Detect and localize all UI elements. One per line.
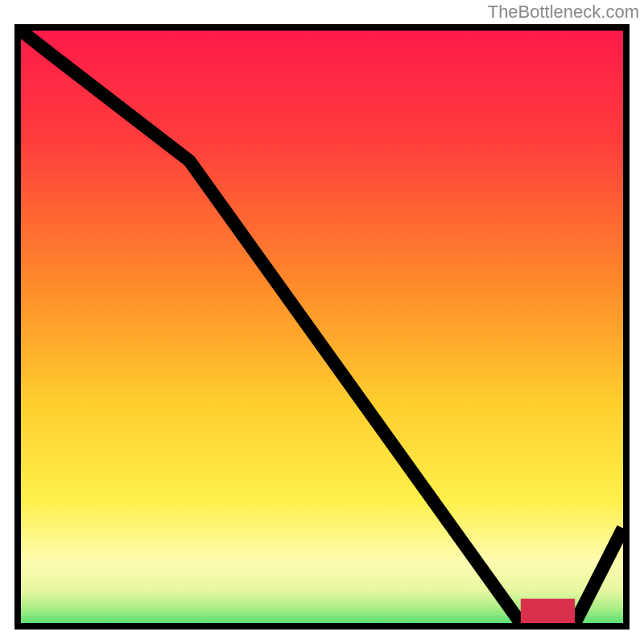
watermark-text: TheBottleneck.com — [488, 2, 639, 23]
chart-root: TheBottleneck.com — [0, 0, 644, 644]
plot-border — [14, 24, 630, 630]
chart-curve — [21, 31, 623, 623]
plot-area — [21, 31, 623, 623]
bottleneck-line — [21, 31, 623, 623]
